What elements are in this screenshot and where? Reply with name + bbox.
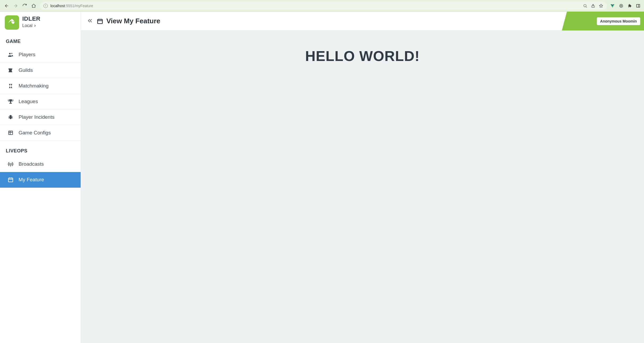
url-path: :5551/myFeature	[65, 4, 93, 8]
content-area: View My Feature Anonymous Moomin HELLO W…	[81, 12, 644, 343]
chevrons-left-icon	[87, 17, 93, 24]
sidebar-section-game: GAME	[0, 31, 81, 47]
sidebar-item-matchmaking[interactable]: Matchmaking	[0, 78, 81, 94]
browser-url-bar[interactable]: i localhost:5551/myFeature	[40, 2, 607, 10]
svg-point-8	[620, 4, 623, 7]
svg-point-11	[12, 21, 14, 22]
site-info-icon[interactable]: i	[43, 4, 48, 8]
svg-marker-5	[599, 4, 603, 7]
sidebar-item-broadcasts[interactable]: Broadcasts	[0, 156, 81, 172]
svg-line-3	[586, 7, 587, 7]
sidebar-item-label: Broadcasts	[19, 161, 44, 167]
svg-rect-14	[10, 102, 11, 103]
browser-reload-button[interactable]	[22, 3, 28, 9]
url-host: localhost	[50, 4, 65, 8]
svg-rect-18	[9, 131, 13, 134]
chevron-right-icon	[33, 24, 37, 27]
chess-icon	[7, 83, 14, 89]
sidebar-item-player-incidents[interactable]: Player Incidents	[0, 109, 81, 125]
sidebar-item-guilds[interactable]: Guilds	[0, 63, 81, 78]
table-icon	[7, 130, 14, 135]
sidebar-item-label: Matchmaking	[19, 83, 49, 89]
sidebar-item-label: My Feature	[19, 177, 44, 183]
sidebar-item-label: Players	[19, 52, 35, 58]
sidebar-item-leagues[interactable]: Leagues	[0, 94, 81, 109]
brand-icon	[5, 15, 19, 30]
users-icon	[7, 52, 14, 58]
browser-extensions	[610, 3, 640, 8]
topbar: View My Feature Anonymous Moomin	[81, 12, 644, 31]
page-title: View My Feature	[97, 17, 160, 25]
calendar-icon	[97, 18, 103, 24]
extension-icon[interactable]	[619, 4, 623, 8]
sidebar-item-label: Guilds	[19, 67, 33, 73]
svg-point-17	[10, 115, 11, 117]
sidebar-item-players[interactable]: Players	[0, 47, 81, 63]
vue-devtools-icon[interactable]	[610, 3, 615, 8]
svg-rect-22	[8, 178, 13, 182]
home-icon	[31, 3, 36, 8]
rocket-icon	[8, 18, 16, 27]
zoom-icon[interactable]	[583, 4, 587, 8]
svg-point-13	[11, 53, 12, 54]
browser-back-button[interactable]	[4, 3, 10, 9]
svg-rect-29	[98, 19, 102, 24]
svg-rect-15	[9, 103, 12, 104]
main-body: HELLO WORLD!	[81, 31, 644, 343]
extensions-puzzle-icon[interactable]	[628, 4, 632, 8]
share-icon[interactable]	[591, 4, 595, 8]
brand-block[interactable]: IDLER Local	[0, 12, 81, 31]
antenna-icon	[7, 161, 14, 167]
user-name: Anonymous Moomin	[600, 19, 637, 23]
svg-point-12	[9, 53, 11, 54]
trophy-icon	[7, 99, 14, 104]
app-shell: IDLER Local GAME Players Guilds	[0, 12, 644, 343]
reload-icon	[22, 3, 27, 8]
brand-name: IDLER	[22, 15, 41, 22]
sidebar-section-liveops: LIVEOPS	[0, 141, 81, 156]
bug-icon	[7, 114, 14, 120]
sidebar-item-my-feature[interactable]: My Feature	[0, 172, 81, 188]
brand-env-label: Local	[22, 23, 32, 28]
user-chip[interactable]: Anonymous Moomin	[597, 17, 640, 25]
sidebar: IDLER Local GAME Players Guilds	[0, 12, 81, 343]
brand-env[interactable]: Local	[22, 23, 41, 28]
browser-home-button[interactable]	[31, 3, 37, 9]
browser-forward-button[interactable]	[13, 3, 19, 9]
calendar-icon	[7, 177, 14, 183]
sidebar-item-label: Player Incidents	[19, 114, 54, 120]
browser-chrome: i localhost:5551/myFeature	[0, 0, 644, 12]
sidebar-collapse-button[interactable]	[87, 17, 93, 25]
hello-heading: HELLO WORLD!	[305, 48, 420, 64]
star-icon[interactable]	[599, 4, 603, 8]
page-title-text: View My Feature	[106, 17, 160, 25]
rook-icon	[7, 67, 14, 73]
panel-icon[interactable]	[636, 4, 640, 8]
svg-point-2	[584, 4, 586, 7]
sidebar-item-label: Game Configs	[19, 130, 51, 136]
svg-rect-9	[637, 4, 640, 7]
arrow-left-icon	[4, 3, 9, 8]
sidebar-item-label: Leagues	[19, 99, 38, 104]
arrow-right-icon	[13, 3, 18, 8]
sidebar-item-game-configs[interactable]: Game Configs	[0, 125, 81, 141]
